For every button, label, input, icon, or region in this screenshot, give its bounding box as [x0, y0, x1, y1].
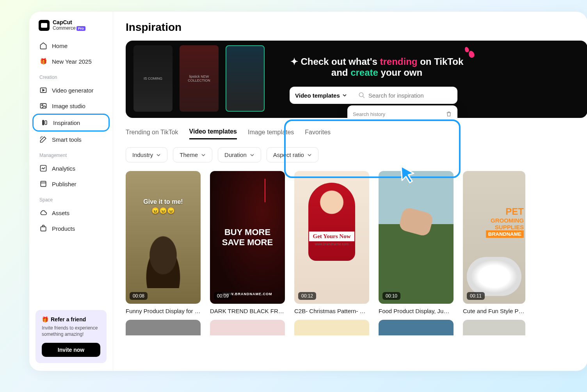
cloud-icon	[39, 209, 47, 217]
hero-thumb	[226, 45, 265, 112]
template-thumbnail: PET GROOMING SUPPLIES BRANDNAME 00:11	[463, 171, 525, 304]
nav-products-label: Products	[52, 225, 75, 232]
filter-theme[interactable]: Theme	[173, 147, 212, 162]
nav-publisher-label: Publisher	[52, 181, 76, 187]
template-thumbnail: Give it to me!😠😠😠 00:08	[126, 171, 201, 304]
chevron-down-icon	[250, 153, 254, 157]
duration-badge: 00:09	[214, 292, 232, 300]
app-logo[interactable]: CapCut CommercePro	[32, 20, 110, 38]
chevron-down-icon	[156, 153, 161, 157]
search-type-label: Video templates	[295, 92, 340, 99]
template-thumbnail[interactable]	[379, 320, 454, 335]
template-card[interactable]: BUY MORESAVE MORE WWW.BRANDNAME.COM 00:0…	[210, 171, 285, 314]
sidebar: CapCut CommercePro Home 🎁 New Year 2025 …	[29, 12, 113, 371]
duration-badge: 00:12	[298, 292, 316, 300]
inspiration-icon	[41, 119, 48, 127]
section-space: Space	[32, 192, 110, 205]
invite-now-button[interactable]: Invite now	[42, 343, 100, 357]
svg-rect-6	[41, 182, 46, 187]
app-window: CapCut CommercePro Home 🎁 New Year 2025 …	[29, 12, 587, 371]
home-icon	[39, 42, 47, 50]
search-history-dropdown: Search history intro	[347, 105, 457, 118]
template-grid-row-2	[126, 320, 587, 335]
logo-text-line1: CapCut	[53, 20, 85, 25]
nav-smart-tools-label: Smart tools	[52, 136, 82, 143]
template-card[interactable]: 00:10 Food Product Display, Jump…	[379, 171, 454, 314]
tutorial-cursor-icon	[398, 164, 418, 185]
image-studio-icon	[39, 102, 47, 110]
nav-image-studio[interactable]: Image studio	[32, 98, 110, 114]
template-title: Funny Product Display for G…	[126, 308, 201, 314]
tab-favorites[interactable]: Favorites	[305, 126, 331, 139]
template-card[interactable]: Get Yours Now www.brandname.com 00:12 C2…	[294, 171, 369, 314]
template-title: Food Product Display, Jump…	[379, 308, 454, 314]
nav-analytics[interactable]: Analytics	[32, 160, 110, 176]
main-content: Inspiration IS COMING lipstick NEW COLLE…	[113, 12, 587, 371]
nav-products[interactable]: Products	[32, 221, 110, 236]
filter-industry[interactable]: Industry	[126, 147, 167, 162]
filter-duration[interactable]: Duration	[218, 147, 261, 162]
nav-image-studio-label: Image studio	[52, 103, 85, 109]
nav-video-generator[interactable]: Video generator	[32, 82, 110, 98]
search-icon	[358, 92, 365, 99]
template-thumbnail[interactable]	[210, 320, 285, 335]
template-thumbnail: BUY MORESAVE MORE WWW.BRANDNAME.COM 00:0…	[210, 171, 285, 304]
products-icon	[39, 225, 47, 232]
svg-rect-7	[41, 227, 46, 231]
video-generator-icon	[39, 86, 47, 94]
smart-tools-icon	[39, 135, 47, 143]
template-thumbnail: Get Yours Now www.brandname.com 00:12	[294, 171, 369, 304]
search-type-dropdown[interactable]: Video templates	[290, 92, 353, 99]
page-title: Inspiration	[126, 21, 587, 34]
nav-video-generator-label: Video generator	[52, 87, 93, 94]
nav-inspiration[interactable]: Inspiration	[32, 114, 110, 132]
nav-new-year-label: New Year 2025	[52, 58, 92, 65]
pro-badge: Pro	[76, 26, 85, 31]
nav-home[interactable]: Home	[32, 38, 110, 53]
svg-point-8	[359, 93, 363, 97]
category-tabs: Trending on TikTok Video templates Image…	[126, 125, 587, 139]
template-grid: Give it to me!😠😠😠 00:08 Funny Product Di…	[126, 171, 587, 314]
filters-row: Industry Theme Duration Aspect ratio	[126, 147, 587, 162]
section-creation: Creation	[32, 69, 110, 82]
chevron-down-icon	[307, 153, 312, 157]
refer-card: 🎁Refer a friend Invite friends to experi…	[36, 310, 107, 363]
nav-analytics-label: Analytics	[52, 165, 75, 172]
template-thumbnail: 00:10	[379, 171, 454, 304]
hero-preview-thumbs: IS COMING lipstick NEW COLLECTION	[133, 45, 265, 112]
search-input[interactable]	[368, 92, 452, 99]
template-title: C2B- Christmas Pattern- Wi…	[294, 308, 369, 314]
tab-image-templates[interactable]: Image templates	[248, 126, 294, 139]
chevron-down-icon	[201, 153, 206, 157]
tab-video-templates[interactable]: Video templates	[189, 125, 237, 139]
svg-rect-3	[42, 120, 44, 125]
nav-inspiration-label: Inspiration	[53, 119, 80, 126]
template-card[interactable]: Give it to me!😠😠😠 00:08 Funny Product Di…	[126, 171, 201, 314]
analytics-icon	[39, 164, 47, 172]
chevron-down-icon	[342, 93, 347, 98]
search-history-label: Search history	[353, 111, 385, 117]
template-thumbnail[interactable]	[294, 320, 369, 335]
template-thumbnail[interactable]	[126, 320, 201, 335]
nav-smart-tools[interactable]: Smart tools	[32, 132, 110, 147]
trash-icon[interactable]	[446, 111, 452, 117]
nav-new-year[interactable]: 🎁 New Year 2025	[32, 53, 110, 69]
nav-assets[interactable]: Assets	[32, 205, 110, 221]
template-title: Cute and Fun Style Pets B…	[463, 308, 525, 314]
svg-point-2	[42, 105, 43, 106]
duration-badge: 00:10	[382, 292, 400, 300]
refer-subtitle: Invite friends to experience something a…	[42, 325, 100, 337]
nav-publisher[interactable]: Publisher	[32, 176, 110, 192]
svg-rect-1	[41, 104, 46, 109]
hero-banner: IS COMING lipstick NEW COLLECTION ✦ Chec…	[126, 41, 587, 118]
tab-trending[interactable]: Trending on TikTok	[126, 126, 178, 139]
hero-headline: ✦ Check out what's trending on TikTok an…	[276, 56, 478, 78]
search-bar: Video templates	[290, 87, 457, 104]
hero-thumb: IS COMING	[133, 45, 173, 112]
nav-assets-label: Assets	[52, 210, 69, 216]
filter-aspect[interactable]: Aspect ratio	[267, 147, 318, 162]
template-card[interactable]: PET GROOMING SUPPLIES BRANDNAME 00:11 Cu…	[463, 171, 525, 314]
hero-thumb: lipstick NEW COLLECTION	[180, 45, 219, 112]
logo-mark-icon	[39, 20, 50, 31]
template-thumbnail[interactable]	[463, 320, 525, 335]
